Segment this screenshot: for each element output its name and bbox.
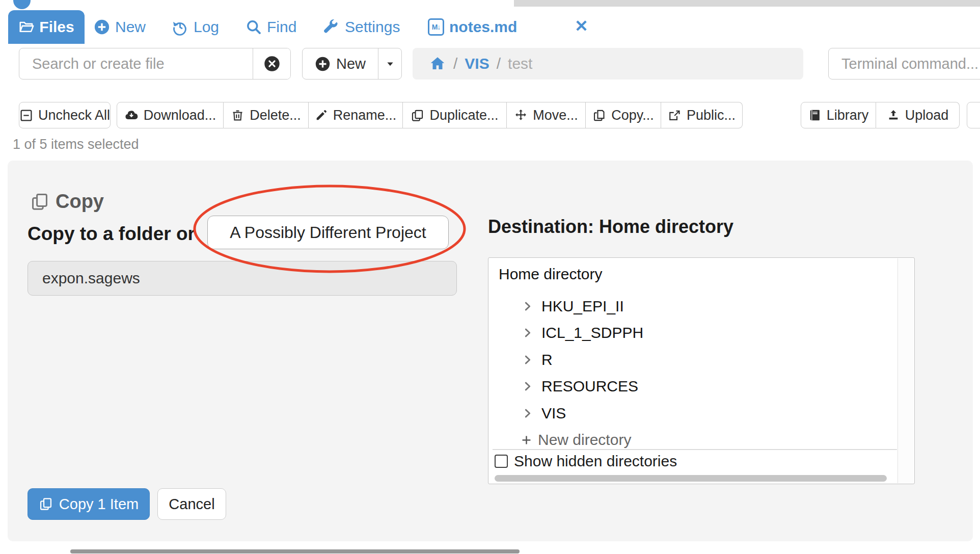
- pencil-icon: [315, 109, 328, 122]
- folder-open-icon: [18, 19, 35, 35]
- chevron-right-icon[interactable]: [522, 301, 533, 312]
- upload-button[interactable]: Upload: [876, 102, 960, 128]
- destination-heading: Destination: Home directory: [488, 216, 733, 238]
- book-icon: [808, 109, 822, 122]
- breadcrumb-separator: /: [453, 55, 457, 72]
- tree-item-home[interactable]: Home directory: [499, 266, 602, 283]
- delete-label: Delete...: [250, 108, 301, 123]
- tab-settings-label: Settings: [345, 18, 400, 36]
- project-avatar[interactable]: [13, 0, 31, 9]
- tab-files-label: Files: [39, 18, 74, 36]
- tree-horizontal-scrollbar[interactable]: [495, 475, 887, 482]
- delete-button[interactable]: Delete...: [224, 102, 309, 128]
- tree-item-folder[interactable]: HKU_EPI_II: [522, 298, 624, 315]
- folder-label: RESOURCES: [541, 378, 638, 395]
- show-hidden-checkbox[interactable]: [495, 455, 508, 468]
- show-hidden-label: Show hidden directories: [514, 453, 677, 470]
- tab-new-label: New: [115, 18, 146, 36]
- tab-close-icon[interactable]: ✕: [575, 10, 588, 42]
- chevron-right-icon[interactable]: [522, 408, 533, 419]
- share-square-icon: [668, 109, 682, 122]
- plus-circle-icon: [315, 56, 331, 72]
- copy-pages-icon: [39, 497, 53, 511]
- wrench-icon: [322, 18, 340, 36]
- upload-icon: [887, 109, 900, 122]
- tab-notes-label: notes.md: [449, 18, 517, 36]
- window-top-strip: [514, 0, 980, 7]
- public-button[interactable]: Public...: [661, 102, 743, 128]
- library-button[interactable]: Library: [801, 102, 876, 128]
- folder-label: VIS: [541, 405, 566, 422]
- terminal-command-input[interactable]: [828, 48, 980, 80]
- new-file-button[interactable]: New: [303, 48, 378, 79]
- new-directory-label: New directory: [538, 431, 631, 449]
- chevron-right-icon[interactable]: [522, 327, 533, 338]
- tree-item-folder[interactable]: R: [522, 351, 553, 368]
- copy-confirm-label: Copy 1 Item: [59, 496, 139, 513]
- new-file-dropdown[interactable]: [378, 48, 401, 79]
- breadcrumb-current-test: test: [508, 55, 532, 72]
- copy-title-label: Copy: [56, 191, 104, 213]
- tab-notes-md[interactable]: M↓ notes.md: [428, 10, 517, 44]
- duplicate-label: Duplicate...: [429, 108, 498, 123]
- double-chevron-right-icon: [978, 109, 980, 122]
- window-scrollbar[interactable]: [70, 549, 520, 553]
- cocalc-files-window: Files New Log Find Settings M↓ notes.md …: [0, 0, 980, 554]
- tab-settings[interactable]: Settings: [322, 10, 400, 44]
- tree-item-folder[interactable]: ICL_1_SDPPH: [522, 324, 643, 341]
- tab-find-label: Find: [267, 18, 296, 36]
- move-button[interactable]: Move...: [507, 102, 586, 128]
- tab-find[interactable]: Find: [246, 10, 296, 44]
- upload-label: Upload: [905, 108, 949, 123]
- hide-toolbar-button[interactable]: [967, 102, 980, 128]
- folder-label: HKU_EPI_II: [541, 298, 624, 315]
- breadcrumb-separator: /: [497, 55, 501, 72]
- history-icon: [172, 19, 188, 36]
- cancel-button[interactable]: Cancel: [157, 488, 226, 520]
- copy-label: Copy...: [611, 108, 654, 123]
- directory-tree: Home directory HKU_EPI_II ICL_1_SDPPH R …: [488, 257, 915, 484]
- filename-input[interactable]: [28, 261, 457, 296]
- new-file-button-group: New: [302, 48, 402, 80]
- copy-prompt-label: Copy to a folder or: [28, 223, 195, 245]
- tree-item-folder[interactable]: RESOURCES: [522, 378, 638, 395]
- copy-dialog-title: Copy: [30, 191, 104, 213]
- uncheck-all-label: Uncheck All: [38, 108, 110, 123]
- caret-down-icon: [386, 59, 395, 68]
- copy-pages-icon: [592, 109, 606, 122]
- library-label: Library: [827, 108, 869, 123]
- new-file-label: New: [336, 56, 366, 72]
- download-label: Download...: [144, 108, 216, 123]
- copy-confirm-button[interactable]: Copy 1 Item: [28, 488, 150, 520]
- trash-icon: [231, 109, 244, 122]
- tab-log-label: Log: [194, 18, 219, 36]
- plus-icon: [520, 434, 533, 446]
- search-input[interactable]: [19, 48, 253, 79]
- chevron-right-icon[interactable]: [522, 354, 533, 365]
- tree-item-folder[interactable]: VIS: [522, 405, 566, 422]
- clear-search-button[interactable]: [253, 48, 290, 79]
- tab-log[interactable]: Log: [172, 10, 219, 44]
- download-button[interactable]: Download...: [117, 102, 224, 128]
- tree-vertical-scrollbar[interactable]: [897, 258, 914, 483]
- new-directory-button[interactable]: New directory: [520, 431, 631, 449]
- breadcrumb-folder-vis[interactable]: VIS: [465, 55, 489, 72]
- tree-divider: [493, 449, 897, 450]
- different-project-button[interactable]: A Possibly Different Project: [207, 216, 449, 249]
- folder-label: R: [541, 351, 553, 368]
- home-icon[interactable]: [429, 55, 446, 72]
- copy-button[interactable]: Copy...: [586, 102, 661, 128]
- chevron-right-icon[interactable]: [522, 381, 533, 392]
- tab-files[interactable]: Files: [8, 10, 85, 44]
- rename-label: Rename...: [333, 108, 397, 123]
- file-actions-group: Download... Delete... Rename... Duplicat…: [117, 102, 743, 128]
- markdown-file-icon: M↓: [428, 18, 444, 36]
- duplicate-button[interactable]: Duplicate...: [403, 102, 507, 128]
- plus-circle-icon: [94, 19, 110, 35]
- move-label: Move...: [533, 108, 578, 123]
- tab-new[interactable]: New: [94, 10, 146, 44]
- search-icon: [246, 19, 262, 35]
- uncheck-all-button[interactable]: Uncheck All: [19, 102, 111, 128]
- folder-label: ICL_1_SDPPH: [541, 324, 643, 341]
- rename-button[interactable]: Rename...: [309, 102, 403, 128]
